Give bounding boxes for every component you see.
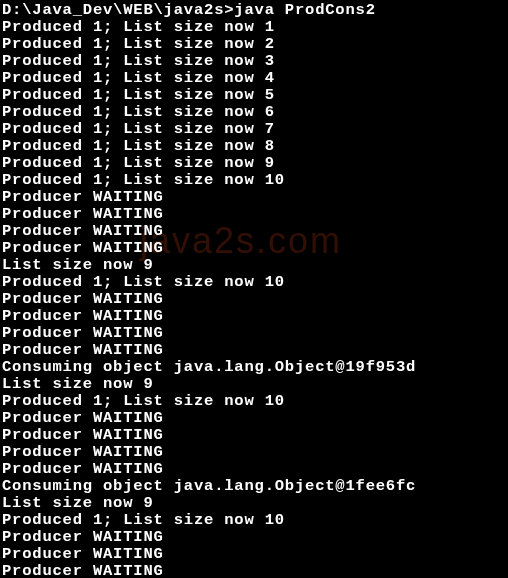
terminal-line: Produced 1; List size now 10 (2, 393, 506, 410)
terminal-line: Produced 1; List size now 10 (2, 512, 506, 529)
terminal-line: Producer WAITING (2, 546, 506, 563)
terminal-line: Produced 1; List size now 10 (2, 172, 506, 189)
terminal-line: D:\Java_Dev\WEB\java2s>java ProdCons2 (2, 2, 506, 19)
terminal-line: Produced 1; List size now 7 (2, 121, 506, 138)
terminal-line: Producer WAITING (2, 189, 506, 206)
terminal-line: Consuming object java.lang.Object@1fee6f… (2, 478, 506, 495)
terminal-line: Consuming object java.lang.Object@19f953… (2, 359, 506, 376)
terminal-line: Produced 1; List size now 8 (2, 138, 506, 155)
terminal-line: Producer WAITING (2, 427, 506, 444)
terminal-line: Producer WAITING (2, 325, 506, 342)
terminal-line: Producer WAITING (2, 444, 506, 461)
terminal-line: Produced 1; List size now 4 (2, 70, 506, 87)
terminal-line: List size now 9 (2, 376, 506, 393)
terminal-line: Produced 1; List size now 10 (2, 274, 506, 291)
terminal-line: Produced 1; List size now 2 (2, 36, 506, 53)
terminal-line: Producer WAITING (2, 206, 506, 223)
terminal-line: Producer WAITING (2, 410, 506, 427)
terminal-line: List size now 9 (2, 495, 506, 512)
terminal-line: Produced 1; List size now 9 (2, 155, 506, 172)
terminal-line: Producer WAITING (2, 563, 506, 578)
terminal-line: Produced 1; List size now 6 (2, 104, 506, 121)
terminal-line: Produced 1; List size now 3 (2, 53, 506, 70)
terminal-line: Producer WAITING (2, 461, 506, 478)
terminal-output: D:\Java_Dev\WEB\java2s>java ProdCons2Pro… (0, 0, 508, 578)
terminal-line: Producer WAITING (2, 342, 506, 359)
terminal-line: Producer WAITING (2, 529, 506, 546)
terminal-line: Producer WAITING (2, 240, 506, 257)
terminal-line: Producer WAITING (2, 223, 506, 240)
terminal-line: Producer WAITING (2, 308, 506, 325)
terminal-line: Produced 1; List size now 1 (2, 19, 506, 36)
terminal-line: Produced 1; List size now 5 (2, 87, 506, 104)
terminal-line: Producer WAITING (2, 291, 506, 308)
terminal-line: List size now 9 (2, 257, 506, 274)
